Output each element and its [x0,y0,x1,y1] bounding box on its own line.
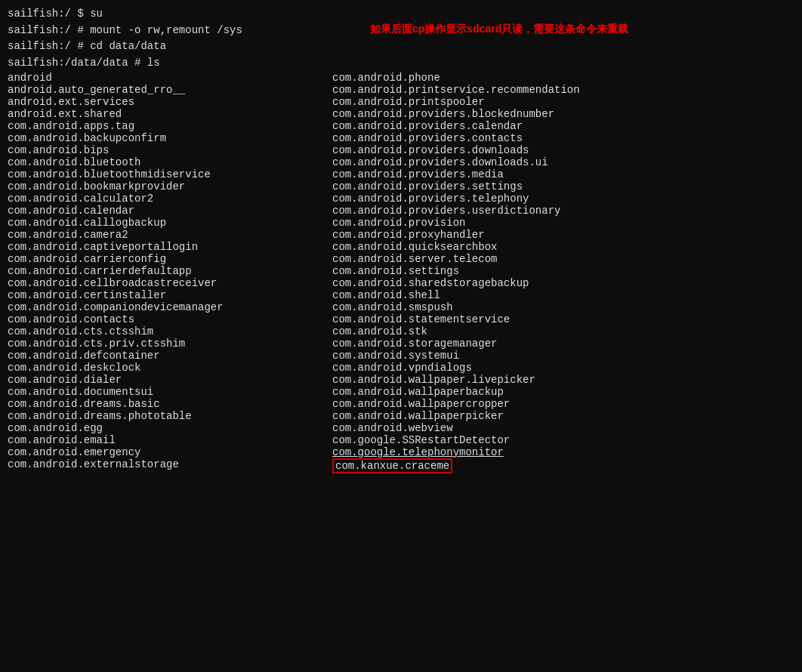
dir-row: com.android.defcontainer com.android.sys… [8,350,794,362]
dir-row: com.android.documentsui com.android.wall… [8,386,794,398]
dir-left: com.android.bluetoothmidiservice [8,168,332,180]
dir-left: com.android.bookmarkprovider [8,180,332,193]
dir-left: com.android.cts.ctsshim [8,325,332,338]
dir-row: android com.android.phone [8,72,794,84]
dir-right: com.android.phone [332,72,440,84]
dir-row: com.android.cts.priv.ctsshim com.android… [8,338,794,350]
annotation-text: 如果后面cp操作显示sdcard只读，需要这条命令来重载 [370,21,717,37]
dir-row: com.android.bluetoothmidiservice com.and… [8,168,794,180]
dir-row: com.android.bluetooth com.android.provid… [8,156,794,168]
dir-right: com.android.vpndialogs [332,362,472,374]
dir-right: com.android.storagemanager [332,338,497,350]
dir-row: com.android.carrierconfig com.android.se… [8,253,794,265]
dir-right: com.android.wallpaperpicker [332,410,504,422]
dir-right: com.android.smspush [332,301,453,313]
dir-left: com.android.cellbroadcastreceiver [8,277,332,289]
dir-row: com.android.captiveportallogin com.andro… [8,241,794,253]
dir-right: com.android.stk [332,325,427,338]
dir-left: com.android.deskclock [8,362,332,374]
dir-left: com.android.cts.priv.ctsshim [8,338,332,350]
dir-right: com.android.quicksearchbox [332,241,497,253]
dir-row: com.android.calllogbackup com.android.pr… [8,217,794,229]
dir-row: com.android.deskclock com.android.vpndia… [8,362,794,374]
dir-row: com.android.carrierdefaultapp com.androi… [8,265,794,277]
dir-right: com.android.sharedstoragebackup [332,277,529,289]
dir-right: com.android.providers.blockednumber [332,108,554,120]
terminal: 如果后面cp操作显示sdcard只读，需要这条命令来重载 sailfish:/ … [0,0,802,672]
dir-row: com.android.companiondevicemanager com.a… [8,301,794,313]
dir-left: com.android.companiondevicemanager [8,301,332,313]
dir-right: com.android.providers.downloads.ui [332,156,548,168]
dir-right: com.android.providers.userdictionary [332,205,560,217]
line-cd: sailfish:/ # cd data/data [8,39,794,55]
dir-left: com.android.apps.tag [8,120,332,132]
dir-row-highlighted: com.android.externalstorage com.kanxue.c… [8,458,794,473]
dir-right: com.android.systemui [332,350,459,362]
dir-row: com.android.dialer com.android.wallpaper… [8,374,794,386]
dir-right: com.google.telephonymonitor [332,446,504,458]
line-ls: sailfish:/data/data # ls [8,55,794,72]
dir-left: com.android.contacts [8,313,332,325]
dir-left: com.android.bluetooth [8,156,332,168]
prompt-su: sailfish:/ $ su [8,6,103,23]
dir-left: com.android.email [8,434,332,446]
dir-right: com.android.server.telecom [332,253,497,265]
dir-left: com.android.certinstaller [8,289,332,301]
dir-row: com.android.camera2 com.android.proxyhan… [8,229,794,241]
dir-left: com.android.captiveportallogin [8,241,332,253]
dir-left: com.android.calculator2 [8,193,332,205]
dir-left: android [8,72,332,84]
dir-row: com.android.calculator2 com.android.prov… [8,193,794,205]
dir-left: android.ext.services [8,96,332,108]
dir-left: com.android.externalstorage [8,458,332,473]
dir-left: com.android.carrierdefaultapp [8,265,332,277]
dir-row: com.android.dreams.phototable com.androi… [8,410,794,422]
dir-row: android.auto_generated_rro__ com.android… [8,84,794,96]
dir-right: com.android.providers.contacts [332,132,523,144]
dir-row: com.android.bips com.android.providers.d… [8,144,794,156]
dir-right: com.android.providers.media [332,168,504,180]
dir-right: com.android.statementservice [332,313,510,325]
dir-left: com.android.egg [8,422,332,434]
prompt-ls: sailfish:/data/data # ls [8,55,160,72]
dir-left: com.android.documentsui [8,386,332,398]
dir-left: com.android.dreams.phototable [8,410,332,422]
dir-right: com.google.SSRestartDetector [332,434,510,446]
dir-row: android.ext.shared com.android.providers… [8,108,794,120]
dir-right: com.android.wallpapercropper [332,398,510,410]
dir-right: com.android.settings [332,265,459,277]
prompt-mount: sailfish:/ # mount -o rw,remount /sys [8,23,242,39]
dir-left: android.ext.shared [8,108,332,120]
dir-left: com.android.backupconfirm [8,132,332,144]
dir-left: com.android.bips [8,144,332,156]
dir-row: com.android.egg com.android.webview [8,422,794,434]
dir-right: com.android.webview [332,422,453,434]
dir-row: com.android.bookmarkprovider com.android… [8,180,794,193]
line-su: sailfish:/ $ su [8,6,794,23]
dir-right: com.android.providers.downloads [332,144,529,156]
dir-row: com.android.apps.tag com.android.provide… [8,120,794,132]
dir-row: com.android.cellbroadcastreceiver com.an… [8,277,794,289]
dir-row: com.android.emergency com.google.telepho… [8,446,794,458]
dir-row: com.android.dreams.basic com.android.wal… [8,398,794,410]
dir-right: com.android.shell [332,289,440,301]
dir-left: com.android.dreams.basic [8,398,332,410]
dir-right-highlighted: com.kanxue.craceme [332,458,452,473]
dir-right: com.android.providers.settings [332,180,523,193]
dir-right: com.android.printspooler [332,96,485,108]
dir-right: com.android.wallpaper.livepicker [332,374,535,386]
dir-right: com.android.provision [332,217,465,229]
dir-right: com.android.providers.telephony [332,193,529,205]
dir-row: android.ext.services com.android.printsp… [8,96,794,108]
prompt-cd: sailfish:/ # cd data/data [8,39,166,55]
dir-left: com.android.calendar [8,205,332,217]
dir-left: com.android.dialer [8,374,332,386]
dir-row: com.android.contacts com.android.stateme… [8,313,794,325]
dir-row: com.android.backupconfirm com.android.pr… [8,132,794,144]
dir-row: com.android.cts.ctsshim com.android.stk [8,325,794,338]
dir-left: com.android.emergency [8,446,332,458]
dir-left: com.android.carrierconfig [8,253,332,265]
dir-left: com.android.calllogbackup [8,217,332,229]
dir-right: com.android.wallpaperbackup [332,386,504,398]
kanxue-highlight: com.kanxue.craceme [332,458,452,473]
